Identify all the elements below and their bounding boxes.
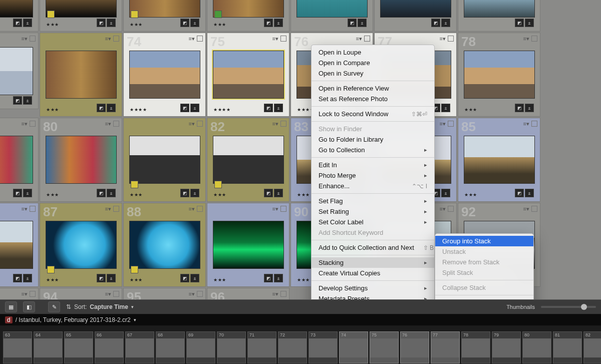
metadata-badge-icon[interactable]: ◩ — [97, 189, 106, 197]
thumbnail-image[interactable] — [0, 221, 33, 269]
thumbnail-image[interactable] — [213, 221, 284, 269]
filmstrip[interactable]: 6364656667686970717273747576777879808182… — [0, 325, 601, 364]
filmstrip-cell[interactable]: 76 — [400, 331, 429, 363]
filmstrip-cell[interactable]: 70 — [217, 331, 246, 363]
cell-menu-icon[interactable]: ≡▾ — [272, 206, 286, 212]
metadata-badge-icon[interactable]: ◩ — [515, 19, 524, 27]
thumbnail-cell[interactable]: ≡▾★★★◩± — [207, 0, 289, 32]
thumbnail-image[interactable] — [46, 221, 117, 269]
menu-item[interactable]: Photo Merge — [312, 170, 434, 181]
filmstrip-cell[interactable]: 69 — [186, 331, 215, 363]
rating-stars[interactable]: ★★★ — [46, 277, 59, 282]
menu-item[interactable]: Develop Settings — [312, 283, 434, 293]
cell-menu-icon[interactable]: ≡▾ — [105, 121, 119, 127]
filmstrip-cell[interactable]: 68 — [156, 331, 185, 363]
thumbnail-image[interactable] — [0, 136, 33, 184]
rating-stars[interactable]: ★★★★ — [213, 107, 230, 112]
filmstrip-cell[interactable]: 73 — [309, 331, 338, 363]
thumbnail-image[interactable] — [129, 0, 200, 18]
metadata-badge-icon[interactable]: ◩ — [180, 189, 189, 197]
filmstrip-cell[interactable]: 72 — [278, 331, 307, 363]
thumbnail-image[interactable] — [464, 51, 535, 99]
rating-stars[interactable]: ★★★ — [46, 22, 59, 27]
develop-badge-icon[interactable]: ± — [23, 19, 32, 27]
thumbnail-cell[interactable]: 75≡▾★★★★◩± — [207, 33, 289, 117]
thumbnail-image[interactable] — [464, 0, 535, 18]
sort-control[interactable]: ⇅ Sort: Capture Time ▾ — [66, 303, 134, 310]
cell-menu-icon[interactable]: ≡▾ — [440, 206, 454, 212]
color-label-chip[interactable] — [214, 181, 222, 188]
thumbnail-image[interactable] — [464, 136, 535, 184]
thumbnail-image[interactable] — [129, 136, 200, 184]
develop-badge-icon[interactable]: ± — [274, 189, 283, 197]
thumbnail-image[interactable] — [129, 51, 200, 99]
develop-badge-icon[interactable]: ± — [190, 189, 199, 197]
develop-badge-icon[interactable]: ± — [525, 189, 534, 197]
color-label-chip[interactable] — [131, 266, 138, 273]
rating-stars[interactable]: ★★★ — [213, 22, 226, 27]
cell-menu-icon[interactable]: ≡▾ — [189, 291, 203, 297]
cell-menu-icon[interactable]: ≡▾ — [105, 291, 119, 297]
menu-item[interactable]: Set Flag — [312, 196, 434, 206]
cell-menu-icon[interactable]: ≡▾ — [272, 36, 286, 42]
cell-menu-icon[interactable]: ≡▾ — [272, 291, 286, 297]
develop-badge-icon[interactable]: ± — [441, 104, 450, 112]
rating-stars[interactable]: ★★★ — [130, 22, 143, 27]
thumbnail-image[interactable] — [213, 0, 284, 18]
menu-item[interactable]: Open in Compare — [312, 58, 434, 68]
develop-badge-icon[interactable]: ± — [190, 19, 199, 27]
compare-view-button[interactable]: ◧ — [23, 301, 35, 312]
menu-item[interactable]: Group into Stack — [435, 236, 533, 246]
cell-menu-icon[interactable]: ≡▾ — [440, 36, 454, 42]
cell-menu-icon[interactable]: ≡▾ — [105, 206, 119, 212]
metadata-badge-icon[interactable]: ◩ — [264, 19, 273, 27]
metadata-badge-icon[interactable]: ◩ — [13, 274, 22, 282]
thumbnail-cell[interactable]: ≡▾◩± — [290, 0, 373, 32]
develop-badge-icon[interactable]: ± — [441, 189, 450, 197]
metadata-badge-icon[interactable]: ◩ — [515, 104, 524, 112]
cell-menu-icon[interactable]: ≡▾ — [22, 291, 36, 297]
cell-menu-icon[interactable]: ≡▾ — [356, 36, 370, 42]
develop-badge-icon[interactable]: ± — [274, 274, 283, 282]
sort-value[interactable]: Capture Time — [90, 303, 128, 310]
rating-stars[interactable]: ★★★ — [46, 192, 59, 197]
metadata-badge-icon[interactable]: ◩ — [180, 19, 189, 27]
thumbnail-image[interactable] — [296, 0, 368, 18]
thumbnail-image[interactable] — [46, 0, 117, 18]
thumbnail-cell[interactable]: ≡▾★★★◩± — [123, 118, 206, 202]
path-bar[interactable]: d / Istanbul, Turkey, February 2017-318-… — [0, 314, 601, 325]
thumbnail-size-slider[interactable] — [541, 306, 596, 308]
thumbnail-cell[interactable]: ≡▾★★★◩± — [123, 0, 206, 32]
rating-stars[interactable]: ★★★ — [130, 277, 143, 282]
thumbnail-image[interactable] — [213, 136, 284, 184]
rating-stars[interactable]: ★★★ — [213, 277, 226, 282]
menu-item[interactable]: Edit In — [312, 160, 434, 170]
filmstrip-cell[interactable]: 71 — [247, 331, 276, 363]
thumbnail-cell[interactable]: ≡▾★★★◩± — [40, 33, 122, 117]
thumbnail-image[interactable] — [213, 51, 284, 99]
cell-menu-icon[interactable]: ≡▾ — [22, 36, 36, 42]
menu-item[interactable]: Go to Folder in Library — [312, 134, 434, 145]
cell-menu-icon[interactable]: ≡▾ — [22, 206, 36, 212]
develop-badge-icon[interactable]: ± — [358, 19, 367, 27]
metadata-badge-icon[interactable]: ◩ — [13, 19, 22, 27]
rating-stars[interactable]: ★★★ — [464, 192, 477, 197]
cell-menu-icon[interactable]: ≡▾ — [523, 36, 537, 42]
rating-stars[interactable]: ★★★ — [297, 192, 310, 197]
menu-item[interactable]: Open in Survey — [312, 68, 434, 79]
cell-menu-icon[interactable]: ≡▾ — [105, 36, 119, 42]
develop-badge-icon[interactable]: ± — [525, 104, 534, 112]
thumbnail-cell[interactable]: ≡▾◩± — [0, 33, 39, 109]
cell-menu-icon[interactable]: ≡▾ — [272, 121, 286, 127]
metadata-badge-icon[interactable]: ◩ — [264, 274, 273, 282]
develop-badge-icon[interactable]: ± — [441, 19, 450, 27]
filmstrip-cell[interactable]: 75 — [370, 331, 399, 363]
filmstrip-cell[interactable]: 66 — [95, 331, 124, 363]
filmstrip-cell[interactable]: 77 — [431, 331, 460, 363]
metadata-badge-icon[interactable]: ◩ — [180, 104, 189, 112]
rating-stars[interactable]: ★★★ — [464, 107, 477, 112]
thumbnail-cell[interactable]: ≡▾★★★◩± — [207, 203, 289, 287]
filmstrip-cell[interactable]: 81 — [553, 331, 582, 363]
develop-badge-icon[interactable]: ± — [274, 104, 283, 112]
menu-item[interactable]: Open in Reference View — [312, 83, 434, 94]
